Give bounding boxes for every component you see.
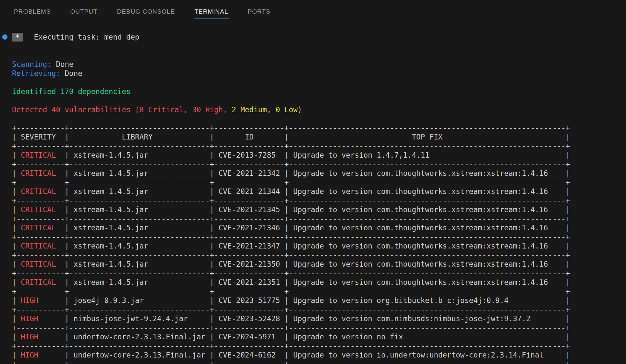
scanning-value: Done xyxy=(56,60,73,68)
table-row: | HIGH | jose4j-0.9.3.jar | CVE-2023-517… xyxy=(12,296,626,305)
retrieving-status-line: Retrieving:Done xyxy=(12,69,626,78)
severity-cell: CRITICAL xyxy=(17,169,65,177)
detected-critical-high-text: Detected 40 vulnerabilities (8 Critical,… xyxy=(12,105,232,114)
task-badge-icon: * xyxy=(12,33,23,42)
table-separator: +-----------+---------------------------… xyxy=(12,214,626,223)
panel-tab-output[interactable]: OUTPUT xyxy=(70,5,98,19)
severity-cell: HIGH xyxy=(17,314,65,323)
detected-line: Detected 40 vulnerabilities (8 Critical,… xyxy=(12,105,626,114)
table-separator: +-----------+---------------------------… xyxy=(12,323,626,332)
blank-line xyxy=(12,42,626,51)
panel-tab-problems[interactable]: PROBLEMS xyxy=(13,5,52,19)
panel-tab-debug-console[interactable]: DEBUG CONSOLE xyxy=(116,5,176,19)
table-row: | CRITICAL | xstream-1.4.5.jar | CVE-202… xyxy=(12,187,626,196)
table-separator: +-----------+---------------------------… xyxy=(12,178,626,187)
table-separator: +-----------+---------------------------… xyxy=(12,123,626,132)
panel-tab-ports[interactable]: PORTS xyxy=(247,5,271,19)
severity-cell: CRITICAL xyxy=(17,260,65,268)
table-row: | HIGH | undertow-core-2.3.13.Final.jar … xyxy=(12,332,626,341)
scanning-label: Scanning: xyxy=(12,60,52,68)
blank-line xyxy=(12,96,626,105)
command-decoration-icon[interactable] xyxy=(2,34,7,40)
blank-line xyxy=(12,78,626,87)
severity-cell: CRITICAL xyxy=(17,151,65,159)
blank-line xyxy=(12,51,626,60)
severity-cell: HIGH xyxy=(17,296,65,305)
severity-cell: CRITICAL xyxy=(17,242,65,250)
severity-cell: HIGH xyxy=(17,351,65,359)
table-row: | HIGH | nimbus-jose-jwt-9.24.4.jar | CV… xyxy=(12,314,626,323)
panel-tab-bar: PROBLEMS OUTPUT DEBUG CONSOLE TERMINAL P… xyxy=(0,0,626,24)
table-row: | CRITICAL | xstream-1.4.5.jar | CVE-202… xyxy=(12,241,626,250)
table-separator: +-----------+---------------------------… xyxy=(12,196,626,205)
table-row: | HIGH | undertow-core-2.3.13.Final.jar … xyxy=(12,350,626,359)
table-separator: +-----------+---------------------------… xyxy=(12,269,626,278)
severity-cell: CRITICAL xyxy=(17,224,65,232)
severity-cell: CRITICAL xyxy=(17,187,65,196)
table-row: | CRITICAL | xstream-1.4.5.jar | CVE-202… xyxy=(12,260,626,269)
table-separator: +-----------+---------------------------… xyxy=(12,359,626,364)
table-header-row: | SEVERITY | LIBRARY | ID | TOP FIX | xyxy=(12,132,626,141)
vulnerability-table: +-----------+---------------------------… xyxy=(12,123,626,364)
table-separator: +-----------+---------------------------… xyxy=(12,232,626,241)
panel-tab-terminal[interactable]: TERMINAL xyxy=(194,5,229,19)
retrieving-value: Done xyxy=(65,69,82,78)
table-row: | CRITICAL | xstream-1.4.5.jar | CVE-202… xyxy=(12,278,626,287)
severity-cell: HIGH xyxy=(17,333,65,341)
retrieving-label: Retrieving: xyxy=(12,69,60,78)
task-line: *Executing task: mend dep xyxy=(12,32,626,42)
table-separator: +-----------+---------------------------… xyxy=(12,305,626,314)
table-row: | CRITICAL | xstream-1.4.5.jar | CVE-202… xyxy=(12,223,626,232)
table-separator: +-----------+---------------------------… xyxy=(12,287,626,296)
table-separator: +-----------+---------------------------… xyxy=(12,341,626,350)
identified-line: Identified 170 dependencies xyxy=(12,87,626,96)
table-separator: +-----------+---------------------------… xyxy=(12,160,626,169)
table-separator: +-----------+---------------------------… xyxy=(12,141,626,151)
table-row: | CRITICAL | xstream-1.4.5.jar | CVE-201… xyxy=(12,151,626,160)
detected-medium-low-text: 2 Medium, 0 Low) xyxy=(232,105,302,114)
task-text: Executing task: mend dep xyxy=(34,33,139,41)
table-separator: +-----------+---------------------------… xyxy=(12,250,626,260)
blank-line xyxy=(12,114,626,123)
table-row: | CRITICAL | xstream-1.4.5.jar | CVE-202… xyxy=(12,169,626,178)
severity-cell: CRITICAL xyxy=(17,205,65,214)
severity-cell: CRITICAL xyxy=(17,278,65,286)
terminal-output[interactable]: *Executing task: mend dep Scanning:Done … xyxy=(0,24,626,364)
table-row: | CRITICAL | xstream-1.4.5.jar | CVE-202… xyxy=(12,205,626,214)
scanning-status-line: Scanning:Done xyxy=(12,60,626,69)
